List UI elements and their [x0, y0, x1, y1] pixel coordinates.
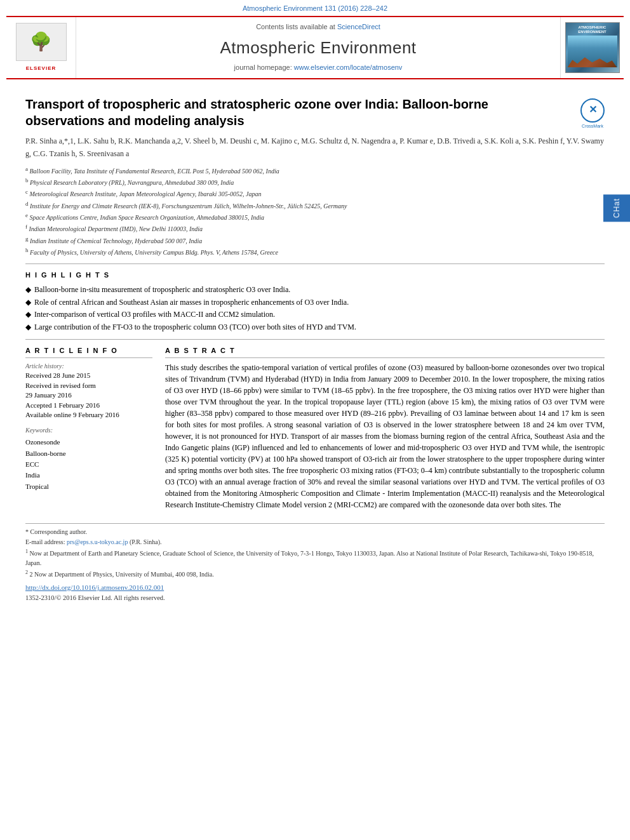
footnote-1: 1 Now at Department of Earth and Planeta… [25, 548, 605, 567]
affil-text-c: Meteorological Research Institute, Japan… [30, 191, 262, 198]
sciencedirect-link[interactable]: ScienceDirect [337, 23, 380, 30]
elsevier-tree-icon: 🌳 [30, 33, 52, 51]
affiliation-d: d Institute for Energy and Climate Resea… [25, 200, 605, 211]
affiliation-a: a Balloon Facility, Tata Institute of Fu… [25, 165, 605, 176]
affil-letter-f: f [25, 223, 27, 230]
highlight-text-2: Role of central African and Southeast As… [34, 298, 349, 307]
bullet-1: ◆ [25, 284, 31, 295]
chat-button[interactable]: CHat [603, 194, 630, 222]
email-label: E-mail address: [25, 538, 65, 545]
homepage-url[interactable]: www.elsevier.com/locate/atmosenv [294, 63, 403, 71]
affil-text-f: Indian Meteorological Department (IMD), … [29, 226, 203, 233]
journal-homepage: journal homepage: www.elsevier.com/locat… [234, 63, 403, 72]
keyword-5: Tropical [25, 482, 152, 491]
online-date: Available online 9 February 2016 [25, 410, 152, 420]
paper-title: Transport of tropospheric and stratosphe… [25, 96, 546, 129]
affil-text-g: Indian Institute of Chemical Technology,… [30, 237, 202, 244]
footnote-2: 2 2 Now at Department of Physics, Univer… [25, 569, 605, 579]
footnote-2-text: 2 Now at Department of Physics, Universi… [30, 571, 214, 578]
footer-section: * Corresponding author. E-mail address: … [25, 523, 605, 603]
email-note: E-mail address: prs@eps.s.u-tokyo.ac.jp … [25, 538, 605, 547]
journal-cover-image: ATMOSPHERIC ENVIRONMENT [565, 22, 620, 73]
cover-scenery [568, 36, 617, 67]
cover-title-text: ATMOSPHERIC ENVIRONMENT [568, 25, 617, 34]
keyword-2: Balloon-borne [25, 449, 152, 458]
keywords-label: Keywords: [25, 426, 152, 435]
affil-letter-h: h [25, 247, 29, 253]
affiliation-b: b Physical Research Laboratory (PRL), Na… [25, 177, 605, 187]
divider-1 [25, 263, 605, 264]
highlight-item-3: ◆ Inter-comparison of vertical O3 profil… [25, 309, 605, 320]
footnote-1-sup: 1 [25, 549, 28, 554]
abstract-text: This study describes the spatio-temporal… [165, 362, 605, 510]
highlights-heading: H I G H L I G H T S [25, 270, 605, 280]
email-suffix: (P.R. Sinha). [130, 538, 162, 545]
bullet-3: ◆ [25, 309, 31, 320]
elsevier-logo: 🌳 [16, 23, 67, 61]
affiliation-e: e Space Applications Centre, Indian Spac… [25, 211, 605, 222]
journal-header: 🌳 ELSEVIER Contents lists available at S… [6, 16, 624, 79]
affil-text-a: Balloon Facility, Tata Institute of Fund… [30, 168, 279, 175]
copyright-line: 1352-2310/© 2016 Elsevier Ltd. All right… [25, 594, 605, 603]
homepage-label: journal homepage: [234, 63, 292, 71]
journal-cover-area: ATMOSPHERIC ENVIRONMENT [560, 17, 624, 77]
crossmark-icon: ✕ [589, 103, 597, 117]
keyword-3: ECC [25, 460, 152, 469]
journal-citation: Atmospheric Environment 131 (2016) 228–2… [243, 4, 387, 12]
keyword-4: India [25, 470, 152, 480]
elsevier-label: ELSEVIER [26, 65, 57, 72]
affil-letter-d: d [25, 201, 29, 207]
keywords-section: Keywords: Ozonesonde Balloon-borne ECC I… [25, 426, 152, 491]
footnote-1-text: Now at Department of Earth and Planetary… [25, 550, 594, 566]
affil-text-e: Space Applications Centre, Indian Space … [30, 214, 265, 221]
authors-line: P.R. Sinha a,*,1, L.K. Sahu b, R.K. Manc… [25, 135, 605, 159]
affil-letter-b: b [25, 177, 29, 183]
divider-2 [25, 339, 605, 340]
received-date: Received 28 June 2015 [25, 371, 152, 380]
crossmark-circle: ✕ [580, 98, 605, 123]
corresponding-label: * Corresponding author. [25, 528, 87, 535]
cover-mountains [568, 55, 617, 67]
contents-text: Contents lists available at [256, 23, 335, 30]
highlight-text-1: Balloon-borne in-situ measurement of tro… [34, 285, 290, 294]
footnote-2-sup: 2 [25, 570, 28, 575]
two-column-section: A R T I C L E I N F O Article history: R… [25, 346, 605, 510]
history-label: Article history: [25, 362, 152, 371]
journal-title: Atmospheric Environment [220, 36, 416, 59]
affil-letter-c: c [25, 189, 28, 195]
revised-date: Received in revised form29 January 2016 [25, 381, 152, 401]
journal-link-bar: Atmospheric Environment 131 (2016) 228–2… [0, 0, 630, 16]
affil-letter-a: a [25, 166, 28, 172]
crossmark-badge[interactable]: ✕ CrossMark [580, 98, 605, 130]
highlight-item-1: ◆ Balloon-borne in-situ measurement of t… [25, 284, 605, 295]
abstract-heading: A B S T R A C T [165, 346, 605, 358]
corresponding-author-note: * Corresponding author. [25, 528, 605, 537]
article-info-column: A R T I C L E I N F O Article history: R… [25, 346, 152, 510]
journal-header-center: Contents lists available at ScienceDirec… [76, 17, 560, 77]
affil-letter-g: g [25, 236, 29, 242]
highlight-item-2: ◆ Role of central African and Southeast … [25, 297, 605, 308]
affil-letter-e: e [25, 212, 28, 218]
email-link[interactable]: prs@eps.s.u-tokyo.ac.jp [67, 538, 128, 545]
accepted-date: Accepted 1 February 2016 [25, 401, 152, 410]
main-content: Transport of tropospheric and stratosphe… [6, 79, 624, 610]
highlight-text-3: Inter-comparison of vertical O3 profiles… [34, 310, 275, 319]
paper-title-section: Transport of tropospheric and stratosphe… [25, 96, 605, 130]
affil-text-b: Physical Research Laboratory (PRL), Navr… [30, 179, 234, 186]
affiliation-g: g Indian Institute of Chemical Technolog… [25, 235, 605, 246]
highlights-section: H I G H L I G H T S ◆ Balloon-borne in-s… [25, 270, 605, 333]
affiliations-section: a Balloon Facility, Tata Institute of Fu… [25, 165, 605, 258]
highlight-item-4: ◆ Large contribution of the FT-O3 to the… [25, 322, 605, 333]
authors-text: P.R. Sinha a,*,1, L.K. Sahu b, R.K. Manc… [25, 137, 604, 157]
abstract-column: A B S T R A C T This study describes the… [165, 346, 605, 510]
affiliation-c: c Meteorological Research Institute, Jap… [25, 188, 605, 199]
crossmark-label: CrossMark [582, 123, 603, 130]
elsevier-logo-area: 🌳 ELSEVIER [6, 17, 76, 77]
article-info-heading: A R T I C L E I N F O [25, 346, 152, 358]
bullet-2: ◆ [25, 297, 31, 308]
affil-text-d: Institute for Energy and Climate Researc… [30, 203, 347, 210]
history-section: Article history: Received 28 June 2015 R… [25, 362, 152, 420]
highlight-text-4: Large contribution of the FT-O3 to the t… [34, 323, 356, 331]
keyword-1: Ozonesonde [25, 437, 152, 447]
doi-link[interactable]: http://dx.doi.org/10.1016/j.atmosenv.201… [25, 583, 605, 592]
